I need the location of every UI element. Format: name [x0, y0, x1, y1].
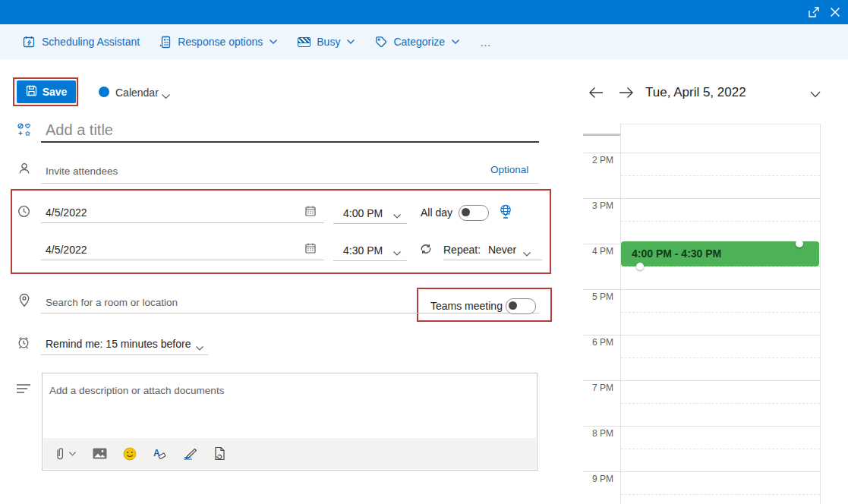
repeat-underline: [443, 260, 542, 260]
hour-label: 2 PM: [582, 155, 613, 165]
editor-toolbar: A: [43, 438, 536, 469]
calendar-event-block[interactable]: 4:00 PM - 4:30 PM: [621, 241, 819, 266]
chevron-down-icon: [392, 247, 402, 259]
time-gutter-top-bar: [583, 134, 621, 136]
clock-icon: [17, 205, 30, 221]
half-hour-line: [621, 221, 820, 222]
chevron-down-icon[interactable]: [522, 247, 531, 260]
emoji-button[interactable]: [123, 447, 137, 461]
save-icon: [26, 85, 37, 99]
scheduling-assistant-label: Scheduling Assistant: [42, 36, 140, 48]
hour-label: 3 PM: [582, 200, 613, 211]
half-hour-line: [621, 494, 820, 495]
event-compose-window: Scheduling Assistant Response options Bu…: [0, 0, 848, 504]
hour-label: 7 PM: [582, 383, 613, 393]
command-toolbar: Scheduling Assistant Response options Bu…: [0, 24, 848, 59]
hour-label: 4 PM: [582, 246, 613, 257]
categorize-button[interactable]: Categorize: [375, 36, 460, 48]
repeat-label: Repeat:: [443, 244, 481, 256]
reminder-underline: [41, 354, 208, 355]
optional-attendees-link[interactable]: Optional: [490, 164, 528, 175]
chevron-down-icon: [269, 39, 278, 45]
start-time-dropdown[interactable]: 4:00 PM: [333, 202, 407, 224]
more-options-button[interactable]: …: [480, 36, 492, 49]
chevron-down-icon: [346, 39, 355, 45]
event-resize-handle-bottom[interactable]: [636, 263, 644, 270]
hour-line: [583, 335, 820, 335]
attendees-person-icon: [17, 162, 31, 178]
teams-meeting-label: Teams meeting: [430, 300, 503, 312]
pop-out-icon[interactable]: [808, 6, 820, 18]
busy-label: Busy: [317, 36, 340, 48]
hour-label: 5 PM: [582, 291, 613, 302]
reminder-dropdown[interactable]: Remind me: 15 minutes before: [46, 338, 191, 350]
insert-picture-button[interactable]: [93, 448, 107, 459]
hour-label: 8 PM: [582, 428, 613, 439]
scheduling-assistant-button[interactable]: Scheduling Assistant: [23, 36, 140, 49]
charm-picker-icon[interactable]: [17, 122, 32, 140]
repeat-value: Never: [488, 244, 516, 256]
ellipsis-icon: …: [480, 36, 492, 49]
teams-meeting-toggle[interactable]: [506, 298, 536, 314]
calendar-selector-label[interactable]: Calendar: [115, 87, 159, 99]
save-button[interactable]: Save: [17, 80, 76, 103]
response-options-label: Response options: [178, 36, 263, 48]
insert-document-button[interactable]: [214, 446, 225, 461]
half-hour-line: [621, 266, 820, 267]
day-view-date-header: Tue, April 5, 2022: [645, 85, 746, 100]
hour-line: [583, 380, 820, 381]
invite-attendees-input[interactable]: [41, 159, 539, 184]
chevron-down-icon: [392, 209, 402, 222]
start-time-value: 4:00 PM: [343, 207, 383, 219]
categorize-label: Categorize: [393, 36, 445, 48]
half-hour-line: [621, 175, 820, 176]
end-time-value: 4:30 PM: [343, 244, 383, 257]
close-icon[interactable]: [829, 6, 841, 18]
clear-formatting-button[interactable]: A: [153, 447, 167, 461]
description-lines-icon: [16, 383, 31, 398]
start-date-input[interactable]: [41, 202, 324, 223]
all-day-toggle[interactable]: [459, 205, 489, 221]
day-column-right-border: [820, 124, 821, 504]
scheduling-assistant-icon: [23, 36, 36, 49]
half-hour-line: [621, 358, 820, 358]
toggle-knob: [509, 301, 517, 310]
chevron-down-icon[interactable]: [195, 341, 204, 354]
busy-status-button[interactable]: Busy: [298, 36, 355, 48]
grid-top-line: [621, 124, 820, 124]
next-day-arrow[interactable]: [618, 85, 635, 102]
chevron-down-icon: [451, 39, 460, 45]
toggle-knob: [462, 208, 470, 216]
end-time-dropdown[interactable]: 4:30 PM: [333, 239, 407, 261]
hour-line: [583, 471, 820, 472]
calendar-color-dot: [99, 87, 109, 97]
chevron-down-icon[interactable]: [161, 90, 171, 103]
description-placeholder: Add a description or attach documents: [49, 385, 224, 396]
half-hour-line: [621, 312, 820, 313]
hour-line: [583, 289, 820, 290]
event-resize-handle-top[interactable]: [796, 240, 803, 247]
reminder-alarm-icon: [17, 335, 30, 353]
save-label: Save: [43, 86, 68, 98]
chevron-down-icon[interactable]: [809, 88, 821, 102]
attach-file-button[interactable]: [55, 446, 77, 461]
half-hour-line: [621, 449, 820, 449]
repeat-sync-icon: [419, 242, 433, 259]
description-editor[interactable]: Add a description or attach documents A: [42, 373, 537, 471]
timezone-globe-icon[interactable]: [498, 203, 513, 222]
title-input[interactable]: [41, 118, 539, 143]
title-bar: [0, 0, 848, 24]
previous-day-arrow[interactable]: [588, 85, 604, 102]
repeat-dropdown[interactable]: Repeat: Never: [443, 244, 516, 256]
response-options-button[interactable]: Response options: [159, 36, 278, 49]
hour-label: 9 PM: [582, 474, 613, 484]
half-hour-line: [621, 403, 820, 404]
date-picker-calendar-icon[interactable]: [304, 205, 317, 220]
end-date-input[interactable]: [41, 239, 324, 260]
draw-pen-button[interactable]: [183, 447, 198, 460]
date-picker-calendar-icon[interactable]: [304, 242, 317, 257]
hour-line: [583, 426, 820, 427]
event-time-label: 4:00 PM - 4:30 PM: [632, 247, 721, 260]
response-options-icon: [159, 36, 172, 49]
hour-line: [583, 153, 820, 153]
